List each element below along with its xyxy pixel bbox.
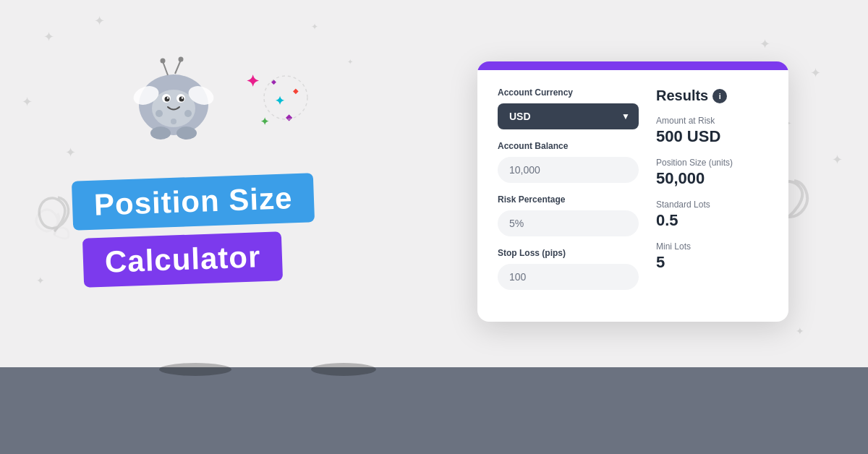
sparkle-circle	[257, 69, 315, 127]
right-panel: Results i Amount at Risk 500 USD Positio…	[656, 87, 768, 301]
calculator-card: Account Currency USD EUR GBP ▼ Account B…	[477, 61, 788, 322]
currency-label: Account Currency	[498, 87, 639, 98]
svg-point-17	[150, 127, 171, 140]
title-line1: Position Size	[93, 181, 293, 222]
star-deco: ✦	[94, 13, 105, 29]
shadow-ellipse	[311, 363, 376, 376]
star-deco: ✦	[311, 22, 318, 32]
svg-point-16	[171, 119, 176, 124]
balance-field-group: Account Balance	[498, 141, 639, 183]
svg-point-12	[167, 97, 169, 98]
risk-field-group: Risk Percentage	[498, 194, 639, 236]
svg-point-7	[179, 57, 184, 62]
risk-label: Risk Percentage	[498, 194, 639, 205]
info-icon[interactable]: i	[712, 89, 727, 103]
svg-line-4	[163, 61, 168, 75]
svg-line-6	[175, 60, 181, 74]
mini-lots-label: Mini Lots	[656, 241, 768, 252]
star-deco: ✦	[43, 29, 54, 45]
results-label: Results	[656, 87, 708, 104]
balance-label: Account Balance	[498, 141, 639, 151]
standard-lots-item: Standard Lots 0.5	[656, 200, 768, 230]
results-title: Results i	[656, 87, 768, 104]
star-deco: ✦	[347, 58, 353, 66]
stoploss-label: Stop Loss (pips)	[498, 248, 639, 258]
title-banner-calculator: Calculator	[82, 231, 284, 288]
standard-lots-value: 0.5	[656, 211, 768, 230]
standard-lots-label: Standard Lots	[656, 200, 768, 210]
mascot	[123, 43, 239, 159]
star-deco: ✦	[65, 145, 76, 160]
stoploss-field-group: Stop Loss (pips)	[498, 248, 639, 290]
svg-point-13	[182, 97, 183, 98]
card-body: Account Currency USD EUR GBP ▼ Account B…	[477, 70, 788, 322]
currency-select[interactable]: USD EUR GBP	[498, 103, 639, 129]
svg-point-5	[161, 59, 166, 64]
svg-point-10	[165, 97, 170, 102]
svg-point-18	[176, 127, 197, 140]
star-deco: ✦	[760, 36, 770, 52]
currency-select-wrapper[interactable]: USD EUR GBP ▼	[498, 103, 639, 129]
position-size-value: 50,000	[656, 169, 768, 188]
svg-point-19	[264, 76, 307, 119]
position-size-label: Position Size (units)	[656, 158, 768, 168]
star-deco: ✦	[22, 94, 33, 110]
card-header	[477, 61, 788, 70]
svg-point-14	[156, 110, 163, 117]
svg-point-11	[179, 97, 184, 102]
mini-lots-value: 5	[656, 253, 768, 272]
amount-at-risk-item: Amount at Risk 500 USD	[656, 116, 768, 146]
position-size-item: Position Size (units) 50,000	[656, 158, 768, 188]
mini-lots-item: Mini Lots 5	[656, 241, 768, 272]
star-deco: ✦	[810, 65, 821, 81]
stoploss-input[interactable]	[498, 264, 639, 290]
title-banner-position-size: Position Size	[72, 173, 315, 231]
risk-input[interactable]	[498, 210, 639, 236]
balance-input[interactable]	[498, 157, 639, 183]
star-deco: ✦	[796, 325, 804, 337]
title-line2: Calculator	[104, 239, 261, 278]
shadow-ellipse	[159, 363, 231, 376]
star-deco: ✦	[832, 152, 843, 168]
amount-at-risk-value: 500 USD	[656, 127, 768, 146]
svg-point-15	[184, 110, 192, 117]
left-panel: Account Currency USD EUR GBP ▼ Account B…	[498, 87, 639, 301]
amount-at-risk-label: Amount at Risk	[656, 116, 768, 126]
ground	[0, 367, 868, 454]
currency-field-group: Account Currency USD EUR GBP ▼	[498, 87, 639, 129]
